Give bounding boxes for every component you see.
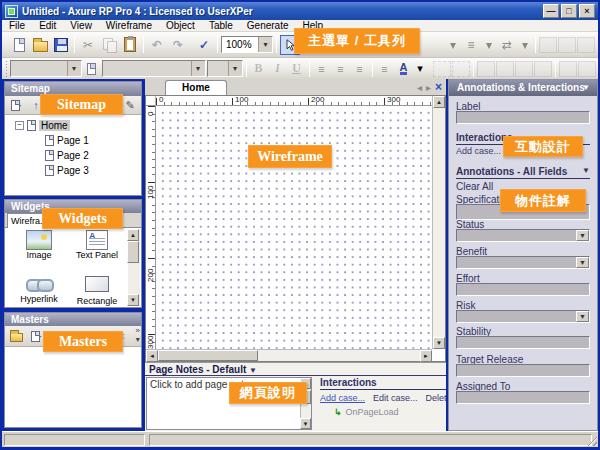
collapse-icon[interactable]: − <box>15 121 24 130</box>
masters-list[interactable] <box>5 347 141 427</box>
add-case-link[interactable]: Add case... <box>456 146 501 156</box>
clear-all-link[interactable]: Clear All <box>456 181 493 192</box>
scroll-up-icon[interactable]: ▲ <box>127 229 139 241</box>
minimize-button[interactable]: — <box>543 4 559 18</box>
align-shape-button[interactable] <box>539 37 557 53</box>
page-notes-header[interactable]: Page Notes - Default ▼ <box>145 363 446 376</box>
style-combobox[interactable]: ▾ <box>10 60 82 77</box>
toolbar-grip[interactable] <box>6 61 7 77</box>
open-master-button[interactable] <box>8 328 24 344</box>
edit-style-button[interactable] <box>83 60 101 78</box>
menu-generate[interactable]: Generate <box>240 20 296 32</box>
send-backward-button[interactable] <box>534 61 552 77</box>
canvas-vertical-scrollbar[interactable]: ▲ ▼ <box>432 96 445 349</box>
distribute-dropdown[interactable]: ▾ <box>482 35 496 55</box>
ungroup-button[interactable] <box>452 61 470 77</box>
rotate-right-button[interactable] <box>578 61 596 77</box>
save-button[interactable] <box>51 35 71 55</box>
spacing-dropdown[interactable]: ▾ <box>518 35 532 55</box>
toolbar-grip[interactable] <box>430 61 431 77</box>
assigned-to-input[interactable] <box>456 391 590 404</box>
add-case-link[interactable]: Add case... <box>320 393 365 403</box>
tree-node-page3[interactable]: Page 3 <box>45 163 89 177</box>
redo-button[interactable]: ↷ <box>168 35 188 55</box>
target-release-input[interactable] <box>456 364 590 377</box>
benefit-select[interactable]: ▼ <box>456 256 590 269</box>
close-button[interactable]: × <box>579 4 595 18</box>
annotations-section-title[interactable]: Annotations - All Fields ▼ <box>456 166 590 179</box>
spacing-button[interactable]: ⇄ <box>497 35 517 55</box>
inspector-header[interactable]: Annotations & Interactions <box>449 80 597 96</box>
widget-rectangle[interactable]: Rectangle <box>67 274 127 306</box>
scroll-down-icon[interactable]: ▼ <box>433 337 445 349</box>
add-page-button[interactable]: + <box>8 97 24 113</box>
align-shape-button[interactable] <box>577 37 595 53</box>
onpageload-event[interactable]: ↳ OnPageLoad <box>334 407 446 417</box>
menu-wireframe[interactable]: Wireframe <box>99 20 159 32</box>
annotations-dropdown-icon[interactable]: ▼ <box>582 166 590 175</box>
tab-home[interactable]: Home <box>165 80 227 95</box>
tree-node-page1[interactable]: Page 1 <box>45 133 89 147</box>
open-button[interactable] <box>30 35 50 55</box>
tree-node-page2[interactable]: Page 2 <box>45 148 89 162</box>
new-button[interactable] <box>9 35 29 55</box>
wireframe-canvas[interactable] <box>156 106 432 349</box>
delete-case-link[interactable]: Delete ca... <box>426 393 446 403</box>
tab-scroll-right-icon[interactable]: ▸ <box>426 82 431 93</box>
align-shape-button[interactable] <box>558 37 576 53</box>
font-dropdown-icon[interactable]: ▾ <box>191 61 205 76</box>
select-dropdown-icon[interactable]: ▼ <box>576 311 589 322</box>
zoom-combobox[interactable]: 100% ▾ <box>221 36 273 53</box>
style-dropdown-icon[interactable]: ▾ <box>67 61 81 76</box>
scroll-down-icon[interactable]: ▼ <box>300 418 311 429</box>
tree-node-label[interactable]: Page 1 <box>57 135 89 146</box>
tab-close-icon[interactable]: × <box>435 80 442 94</box>
bullet-list-button[interactable]: ≡ <box>376 60 394 78</box>
widget-hyperlink[interactable]: Hyperlink <box>13 274 65 304</box>
bold-button[interactable]: B <box>254 61 262 76</box>
menu-table[interactable]: Table <box>202 20 240 32</box>
risk-select[interactable]: ▼ <box>456 310 590 323</box>
menu-file[interactable]: File <box>2 20 32 32</box>
align-left-button[interactable]: ≡ <box>313 60 331 78</box>
effort-input[interactable] <box>456 283 590 296</box>
more-dropdown-button[interactable]: ▾ <box>446 35 460 55</box>
undo-button[interactable]: ↶ <box>147 35 167 55</box>
cut-button[interactable]: ✂ <box>78 35 98 55</box>
scroll-thumb[interactable] <box>158 350 258 361</box>
edit-case-link[interactable]: Edit case... <box>373 393 418 403</box>
fontsize-dropdown-icon[interactable]: ▾ <box>228 61 242 76</box>
select-dropdown-icon[interactable]: ▼ <box>576 257 589 268</box>
tree-node-home[interactable]: − Home <box>15 118 70 132</box>
scroll-up-icon[interactable]: ▲ <box>433 96 445 108</box>
paste-button[interactable] <box>120 35 140 55</box>
underline-button[interactable]: U <box>292 61 301 76</box>
menu-object[interactable]: Object <box>159 20 202 32</box>
group-button[interactable] <box>433 61 451 77</box>
toolbar-overflow-chevron[interactable]: » ▾ <box>136 326 140 344</box>
spellcheck-button[interactable]: ✓ <box>194 35 214 55</box>
notes-dropdown-icon[interactable]: ▼ <box>249 366 257 375</box>
scroll-right-icon[interactable]: ► <box>420 350 432 362</box>
tab-scroll-left-icon[interactable]: ◂ <box>417 82 422 93</box>
tree-node-label[interactable]: Page 2 <box>57 150 89 161</box>
scroll-thumb[interactable] <box>127 241 139 263</box>
widget-image[interactable]: Image <box>13 230 65 260</box>
italic-button[interactable]: I <box>275 61 280 76</box>
add-master-button[interactable]: + <box>28 328 44 344</box>
rename-page-button[interactable]: ✎ <box>122 97 138 113</box>
status-select[interactable]: ▼ <box>456 229 590 242</box>
rotate-left-button[interactable] <box>559 61 577 77</box>
scroll-left-icon[interactable]: ◄ <box>146 350 158 362</box>
font-color-button[interactable]: A <box>395 60 413 78</box>
copy-button[interactable] <box>99 35 119 55</box>
font-combobox[interactable]: ▾ <box>102 60 206 77</box>
menu-view[interactable]: View <box>63 20 99 32</box>
menu-edit[interactable]: Edit <box>32 20 63 32</box>
send-back-button[interactable] <box>496 61 514 77</box>
fontsize-combobox[interactable]: ▾ <box>207 60 243 77</box>
canvas-horizontal-scrollbar[interactable]: ◄ ► <box>146 349 432 361</box>
label-field-input[interactable] <box>456 111 590 124</box>
widget-text-panel[interactable]: Text Panel <box>67 230 127 260</box>
widgets-scrollbar[interactable]: ▲ ▼ <box>128 229 140 306</box>
